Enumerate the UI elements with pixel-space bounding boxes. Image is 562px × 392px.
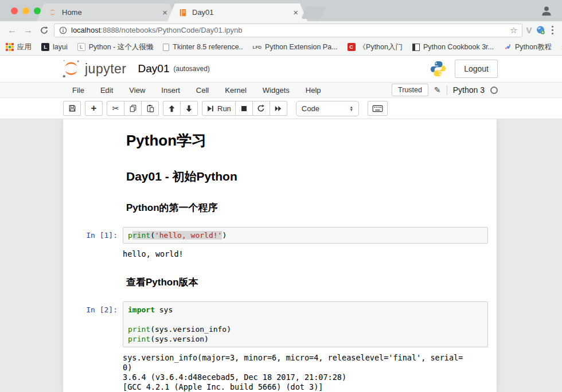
tab-label: Day01 bbox=[192, 8, 291, 17]
url-text: localhost:8888/notebooks/PythonCode/Day0… bbox=[71, 26, 506, 34]
cut-cell-button[interactable]: ✂ bbox=[107, 101, 124, 116]
tab-day01[interactable]: Day01 × bbox=[167, 3, 307, 21]
browser-menu-icon[interactable] bbox=[549, 26, 557, 35]
output-prompt bbox=[63, 353, 123, 392]
markdown-heading-3[interactable]: Python的第一个程序 bbox=[63, 201, 497, 214]
move-cell-down-button[interactable] bbox=[180, 101, 198, 116]
back-icon[interactable]: ← bbox=[6, 25, 18, 36]
move-cell-up-button[interactable] bbox=[163, 101, 181, 116]
dropdown-arrows-icon: ▲▼ bbox=[349, 105, 353, 111]
edit-mode-pencil-icon: ✎ bbox=[434, 85, 441, 95]
notebook-menubar: File Edit View Insert Cell Kernel Widget… bbox=[0, 82, 562, 98]
url-path: :8888/notebooks/PythonCode/Day01.ipynb bbox=[100, 26, 242, 34]
menu-help[interactable]: Help bbox=[298, 84, 329, 97]
menu-file[interactable]: File bbox=[64, 84, 92, 97]
bookmark-label: Python - 这个人很懒 bbox=[89, 42, 154, 52]
bookmark-python-extension[interactable]: LFD Python Extension Pa... bbox=[253, 43, 338, 51]
restart-run-all-button[interactable] bbox=[270, 101, 287, 116]
globe-extension-icon[interactable] bbox=[536, 25, 545, 35]
stop-kernel-button[interactable] bbox=[235, 101, 253, 116]
bookmark-cookbook[interactable]: Python Cookbook 3r... bbox=[412, 43, 494, 51]
menu-kernel[interactable]: Kernel bbox=[217, 84, 255, 97]
tab-close-icon[interactable]: × bbox=[160, 7, 170, 17]
bookmark-python-intro[interactable]: C 《Python入门 bbox=[348, 42, 403, 52]
letter-l-icon: L bbox=[77, 43, 85, 51]
copy-icon bbox=[129, 104, 137, 112]
logout-button[interactable]: Logout bbox=[455, 60, 498, 78]
tab-home[interactable]: Home × bbox=[37, 3, 177, 21]
code-token: ) bbox=[222, 231, 227, 240]
output-text: sys.version_info(major=3, minor=6, micro… bbox=[123, 353, 488, 392]
stop-icon bbox=[240, 105, 248, 112]
markdown-heading-2[interactable]: Day01 - 初始Python bbox=[63, 168, 497, 185]
cell-2-output: sys.version_info(major=3, minor=6, micro… bbox=[63, 353, 497, 392]
browser-toolbar: ← → localhost:8888/notebooks/PythonCode/… bbox=[0, 21, 562, 39]
tab-label: Home bbox=[62, 8, 160, 17]
code-cell-1[interactable]: In [1]: print('hello, world!') bbox=[63, 227, 497, 244]
code-cell-2[interactable]: In [2]: import sys print(sys.version_inf… bbox=[63, 301, 497, 347]
bookmark-apps[interactable]: 应用 bbox=[6, 42, 32, 52]
menu-widgets[interactable]: Widgets bbox=[255, 84, 298, 97]
bookmark-layui[interactable]: L layui bbox=[41, 43, 68, 51]
run-label: Run bbox=[217, 104, 231, 113]
code-input[interactable]: print('hello, world!') bbox=[123, 227, 488, 244]
code-input[interactable]: import sys print(sys.version_info)print(… bbox=[123, 301, 488, 347]
bookmark-label: Python教程 bbox=[515, 42, 552, 52]
cell-type-dropdown[interactable]: Code ▲▼ bbox=[296, 101, 359, 116]
info-icon[interactable] bbox=[59, 26, 67, 34]
tab-close-icon[interactable]: × bbox=[291, 7, 300, 17]
add-cell-button[interactable]: + bbox=[85, 101, 103, 116]
close-window-icon[interactable] bbox=[11, 7, 18, 14]
notebook-book-icon bbox=[179, 9, 187, 17]
menu-insert[interactable]: Insert bbox=[153, 84, 188, 97]
jupyter-wordmark[interactable]: jupyter bbox=[85, 61, 127, 77]
menu-edit[interactable]: Edit bbox=[92, 84, 121, 97]
code-token: import bbox=[128, 305, 155, 314]
notebook-area: Python学习 Day01 - 初始Python Python的第一个程序 I… bbox=[0, 119, 562, 392]
menu-view[interactable]: View bbox=[121, 84, 153, 97]
copy-cell-button[interactable] bbox=[124, 101, 142, 116]
command-palette-button[interactable] bbox=[368, 101, 388, 116]
paste-cell-button[interactable] bbox=[141, 101, 159, 116]
bookmark-label: Python Extension Pa... bbox=[265, 43, 337, 51]
markdown-heading-4[interactable]: 查看Python版本 bbox=[63, 276, 497, 289]
notebook-container: Python学习 Day01 - 初始Python Python的第一个程序 I… bbox=[63, 119, 497, 392]
bookmark-python-tutorial[interactable]: Python教程 bbox=[504, 42, 552, 52]
code-token: print bbox=[128, 335, 150, 343]
layui-icon: L bbox=[41, 43, 49, 51]
menu-cell[interactable]: Cell bbox=[188, 84, 217, 97]
notebook-title[interactable]: Day01 bbox=[138, 62, 170, 75]
new-tab-button[interactable] bbox=[301, 6, 326, 19]
kernel-status-icon bbox=[490, 87, 498, 94]
jupyter-logo-icon[interactable] bbox=[61, 58, 81, 80]
trusted-button[interactable]: Trusted bbox=[392, 84, 428, 96]
address-bar[interactable]: localhost:8888/notebooks/PythonCode/Day0… bbox=[54, 23, 522, 37]
notebook-toolbar: + ✂ bbox=[0, 98, 562, 119]
reload-icon[interactable] bbox=[38, 26, 50, 35]
bookmark-star-icon[interactable]: ☆ bbox=[510, 25, 517, 36]
save-button[interactable] bbox=[63, 101, 81, 116]
bookmarks-bar: 应用 L layui L Python - 这个人很懒 Tkinter 8.5 … bbox=[0, 39, 562, 56]
restart-icon bbox=[257, 104, 265, 112]
bookmark-tkinter[interactable]: Tkinter 8.5 reference.. bbox=[163, 43, 243, 51]
profile-icon[interactable] bbox=[540, 5, 553, 17]
extension-v-icon[interactable]: V bbox=[526, 25, 532, 35]
kernel-name[interactable]: Python 3 bbox=[453, 85, 485, 95]
lfd-icon: LFD bbox=[253, 45, 262, 50]
code-token: (sys.version_info) bbox=[150, 325, 231, 334]
run-cell-button[interactable]: Run bbox=[202, 101, 236, 116]
bookmark-label: layui bbox=[53, 43, 68, 51]
markdown-heading-1[interactable]: Python学习 bbox=[63, 131, 497, 151]
bookmark-python-lazy[interactable]: L Python - 这个人很懒 bbox=[77, 42, 154, 52]
restart-kernel-button[interactable] bbox=[252, 101, 270, 116]
output-text: hello, world! bbox=[123, 249, 488, 259]
forward-icon[interactable]: → bbox=[22, 25, 34, 36]
output-prompt bbox=[63, 249, 123, 259]
browser-window: Home × Day01 × bbox=[0, 0, 562, 392]
jupyter-header: jupyter Day01 (autosaved) Logout bbox=[0, 56, 562, 82]
book-icon bbox=[412, 44, 420, 51]
bookmark-label: 应用 bbox=[17, 42, 32, 52]
maximize-window-icon[interactable] bbox=[34, 7, 41, 14]
minimize-window-icon[interactable] bbox=[22, 7, 29, 14]
code-token: print bbox=[128, 325, 150, 334]
